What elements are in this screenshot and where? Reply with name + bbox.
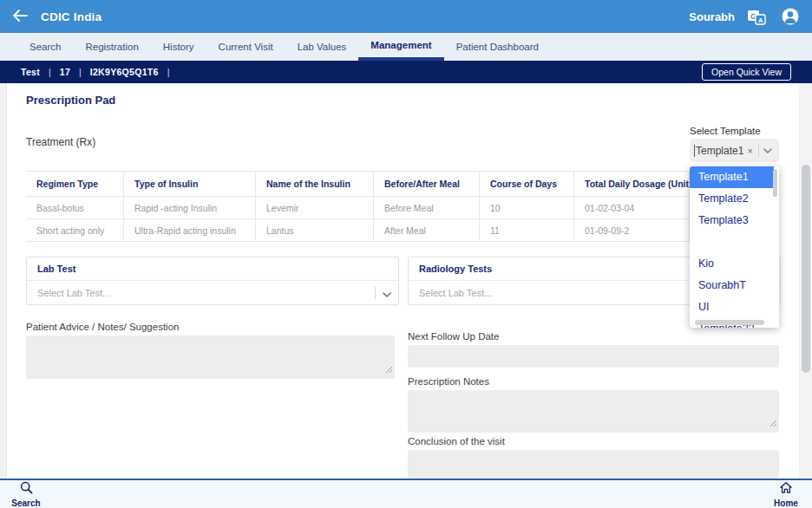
- treatment-table: Regimen Type Type of Insulin Name of the…: [26, 171, 690, 242]
- separator: |: [79, 67, 82, 77]
- left-gutter: [0, 83, 7, 479]
- template-combobox[interactable]: Template1 ×: [690, 139, 779, 162]
- dropdown-option[interactable]: [690, 231, 779, 253]
- divider: [375, 286, 376, 299]
- dropdown-option[interactable]: UI: [690, 296, 779, 318]
- column-header: Type of Insulin: [124, 172, 256, 196]
- tab-label: Registration: [85, 42, 138, 52]
- patient-advice-label: Patient Advice / Notes/ Suggestion: [26, 322, 179, 332]
- tab-patient-dashboard[interactable]: Patient Dashboard: [444, 33, 551, 61]
- search-icon: [20, 481, 33, 498]
- top-app-bar: CDIC India Sourabh G A: [0, 0, 812, 33]
- select-template-label: Select Template: [690, 126, 761, 136]
- page-scrollbar-track[interactable]: [799, 83, 812, 479]
- home-icon: [779, 481, 793, 498]
- tab-bar: Search Registration History Current Visi…: [0, 33, 812, 61]
- tab-label: Current Visit: [219, 42, 273, 52]
- conclusion-label: Conclusion of the visit: [408, 436, 505, 446]
- account-icon[interactable]: [781, 7, 800, 26]
- table-cell: Levemir: [256, 197, 374, 218]
- conclusion-textarea[interactable]: [408, 450, 779, 479]
- lab-test-card: Lab Test Select Lab Test...: [26, 257, 399, 305]
- tab-label: Search: [29, 42, 61, 52]
- page-title: Prescription Pad: [26, 94, 115, 107]
- tab-current-visit[interactable]: Current Visit: [206, 33, 285, 61]
- column-header: Name of the Insulin: [256, 172, 374, 196]
- dropdown-horizontal-scrollbar[interactable]: [695, 320, 764, 325]
- template-combobox-value: Template1: [696, 145, 743, 157]
- dropdown-option[interactable]: Template2: [690, 188, 779, 210]
- patient-visit-id: 17: [60, 67, 70, 77]
- table-cell: 01-09-09-2: [574, 219, 690, 241]
- patient-info-bar: Test | 17 | I2K9Y6Q5Q1T6 | Open Quick Vi…: [0, 61, 812, 83]
- tab-lab-values[interactable]: Lab Values: [285, 33, 359, 61]
- text-cursor: [694, 145, 695, 157]
- resize-grip-icon[interactable]: [385, 361, 393, 377]
- dropdown-option[interactable]: Kio: [690, 253, 779, 275]
- bottom-home-button[interactable]: Home: [769, 481, 803, 508]
- separator: |: [167, 67, 170, 77]
- table-row[interactable]: Basal-bolus Rapid -acting Insulin Levemi…: [26, 197, 690, 219]
- table-row[interactable]: Short acting only Ultra-Rapid acting ins…: [26, 219, 690, 242]
- table-cell: Rapid -acting Insulin: [124, 197, 256, 218]
- app-window: CDIC India Sourabh G A Search Reg: [0, 0, 812, 508]
- patient-advice-textarea[interactable]: [26, 335, 395, 379]
- tab-management[interactable]: Management: [358, 33, 443, 61]
- lab-test-select[interactable]: Select Lab Test...: [27, 281, 398, 304]
- table-cell: Short acting only: [26, 219, 124, 241]
- next-followup-label: Next Follow Up Date: [408, 331, 499, 342]
- bottom-search-label: Search: [11, 498, 40, 508]
- open-quick-view-button[interactable]: Open Quick View: [702, 63, 791, 81]
- table-cell: 01-02-03-04: [574, 197, 690, 218]
- column-header: Before/After Meal: [374, 172, 480, 196]
- tab-label: History: [163, 42, 194, 52]
- prescription-notes-label: Prescription Notes: [408, 376, 489, 387]
- table-cell: Before Meal: [374, 197, 480, 218]
- next-followup-input[interactable]: [408, 345, 779, 368]
- dropdown-vertical-scrollbar[interactable]: [773, 169, 777, 197]
- table-header-row: Regimen Type Type of Insulin Name of the…: [26, 172, 690, 197]
- patient-code: I2K9Y6Q5Q1T6: [90, 67, 159, 77]
- app-title: CDIC India: [41, 10, 102, 23]
- table-cell: Lantus: [256, 219, 374, 241]
- tab-history[interactable]: History: [151, 33, 206, 61]
- content-area: Prescription Pad Treatment (Rx) Select T…: [0, 83, 812, 479]
- lab-test-title: Lab Test: [27, 257, 398, 281]
- dropdown-option[interactable]: Template1: [690, 166, 774, 188]
- column-header: Course of Days: [480, 172, 574, 196]
- tab-label: Management: [370, 40, 431, 50]
- back-arrow-icon[interactable]: [12, 10, 28, 24]
- chevron-down-icon[interactable]: [383, 285, 391, 301]
- bottom-bar: Search Home: [0, 479, 812, 508]
- clear-icon[interactable]: ×: [747, 146, 752, 156]
- chevron-down-icon[interactable]: [763, 148, 772, 153]
- tab-search[interactable]: Search: [17, 33, 73, 61]
- template-dropdown-list: Template1 Template2 Template3 Kio Sourab…: [690, 166, 779, 328]
- separator: |: [49, 67, 51, 77]
- tab-label: Lab Values: [298, 42, 347, 52]
- treatment-rx-label: Treatment (Rx): [26, 136, 95, 148]
- table-cell: Basal-bolus: [26, 197, 124, 218]
- bottom-search-button[interactable]: Search: [9, 481, 43, 508]
- table-cell: Ultra-Rapid acting insulin: [124, 219, 256, 241]
- dropdown-option[interactable]: SourabhT: [690, 275, 779, 296]
- dropdown-option[interactable]: Template3: [690, 210, 779, 231]
- column-header: Total Daily Dosage (Units): [574, 172, 690, 196]
- table-cell: 10: [480, 197, 574, 218]
- translate-icon[interactable]: G A: [747, 8, 767, 26]
- tab-label: Patient Dashboard: [456, 42, 539, 52]
- divider: [758, 144, 759, 157]
- user-name: Sourabh: [689, 10, 735, 23]
- table-cell: 11: [480, 219, 574, 241]
- tab-registration[interactable]: Registration: [73, 33, 150, 61]
- table-cell: After Meal: [374, 219, 480, 241]
- patient-name: Test: [21, 67, 40, 77]
- svg-text:A: A: [758, 16, 763, 23]
- bottom-home-label: Home: [774, 498, 798, 508]
- prescription-notes-textarea[interactable]: [408, 390, 779, 433]
- column-header: Regimen Type: [26, 172, 124, 196]
- lab-test-placeholder: Select Lab Test...: [37, 288, 375, 298]
- page-scrollbar-thumb[interactable]: [802, 165, 810, 373]
- resize-grip-icon[interactable]: [769, 415, 777, 431]
